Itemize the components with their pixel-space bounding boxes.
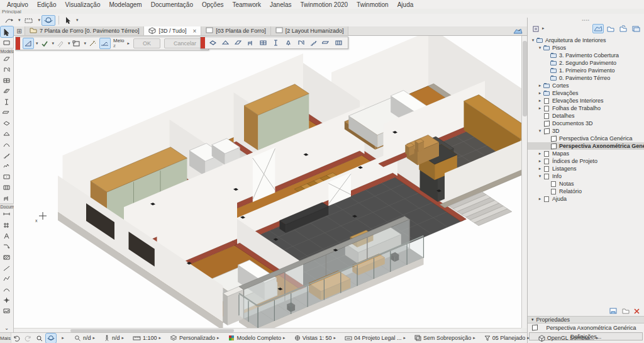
line-tool-icon[interactable]: [1, 262, 13, 273]
menu-ajuda[interactable]: Ajuda: [393, 1, 418, 9]
tree-open-icon[interactable]: ▾: [530, 38, 536, 43]
horizontal-scrollbar[interactable]: [14, 328, 521, 332]
favorite-lamp-icon[interactable]: [283, 37, 294, 48]
undo-icon[interactable]: [12, 334, 22, 343]
chevron-icon[interactable]: ▸: [57, 334, 67, 343]
favorite-column-icon[interactable]: [270, 37, 282, 48]
tab-3[interactable]: [03 Planta de Forro]: [201, 26, 271, 35]
gravity-level-icon[interactable]: [99, 38, 111, 49]
zone-tool-icon[interactable]: [1, 171, 13, 182]
dimension-standard-dropdown[interactable]: 04 Projeto Legal ...▸: [342, 334, 408, 343]
elevation-field[interactable]: Meio z: [113, 38, 124, 48]
beam-tool-icon[interactable]: [1, 107, 13, 118]
properties-header[interactable]: ▾Propriedades: [528, 316, 644, 323]
window-tool-icon[interactable]: [1, 75, 13, 86]
zoom-icon[interactable]: [35, 334, 45, 343]
menu-arquivo[interactable]: Arquivo: [3, 1, 33, 9]
hotspot-tool-icon[interactable]: [1, 295, 13, 305]
publisher-icon[interactable]: [630, 24, 641, 33]
favorite-curtain-wall-icon[interactable]: [333, 37, 345, 48]
orbit-tool-icon[interactable]: [42, 15, 55, 26]
scale-dropdown[interactable]: 1:100▸: [130, 334, 164, 343]
tab-2[interactable]: [3D / Tudo]×: [144, 26, 201, 35]
tree-item-listagens[interactable]: ▸Listagens: [528, 165, 644, 172]
tab-1[interactable]: 7 Planta de Forro [0. Pavimento Térreo]: [25, 26, 144, 35]
chevron-down-icon[interactable]: ▾: [84, 41, 87, 46]
tree-item-eleva-es-interiores[interactable]: ▸Elevações Interiores: [528, 97, 644, 104]
label-tool-icon[interactable]: [1, 241, 13, 252]
roof-tool-icon[interactable]: [1, 128, 13, 139]
menu-opções[interactable]: Opções: [197, 1, 228, 9]
tree-closed-icon[interactable]: ▸: [537, 106, 543, 111]
menu-teamwork[interactable]: Teamwork: [228, 1, 265, 9]
frame-tool-icon[interactable]: [71, 38, 82, 49]
shell-tool-icon[interactable]: [1, 139, 13, 150]
ok-button[interactable]: OK: [133, 38, 160, 48]
arrow-tool-icon[interactable]: [62, 15, 74, 26]
close-icon[interactable]: ×: [192, 28, 196, 35]
tree-item-detalhes[interactable]: Detalhes: [528, 112, 644, 120]
layout-book-icon[interactable]: [618, 24, 629, 33]
save-view-icon[interactable]: [609, 307, 618, 315]
tree-item-perspectiva-c-nica-gen-rica[interactable]: Perspectiva Cônica Genérica: [528, 135, 644, 142]
object-tool-icon[interactable]: [1, 193, 13, 203]
new-folder-icon[interactable]: [621, 307, 630, 315]
edit-tool-icon[interactable]: [55, 38, 66, 49]
drag-handle[interactable]: [201, 37, 205, 48]
drag-handle[interactable]: [16, 37, 20, 50]
tree-item-info[interactable]: ▾Info: [528, 172, 644, 180]
toolbox-overflow[interactable]: ⌄: [4, 325, 9, 332]
3d-viewport[interactable]: x: [14, 36, 521, 328]
renovation-filter-dropdown[interactable]: 05 Planejado▸: [482, 334, 532, 343]
arrow-tool-icon[interactable]: [1, 26, 13, 37]
skylight-tool-icon[interactable]: [1, 86, 13, 96]
tab-options-icon[interactable]: [509, 26, 527, 35]
pen-set-dropdown[interactable]: Modelo Completo▸: [226, 334, 288, 343]
menu-modelagem[interactable]: Modelagem: [104, 1, 146, 9]
tree-item-1-primeiro-pavimento[interactable]: 1. Primeiro Pavimento: [528, 67, 644, 74]
favorite-object-icon[interactable]: [245, 37, 257, 48]
vertical-scrollbar[interactable]: [521, 36, 527, 328]
checkmark-icon[interactable]: [39, 38, 50, 49]
delete-icon[interactable]: [633, 308, 640, 315]
polyline-tool-icon[interactable]: [1, 273, 13, 284]
chevron-down-icon[interactable]: ▾: [36, 41, 38, 46]
tree-item-pisos[interactable]: ▾Pisos: [528, 44, 644, 52]
stair-tool-icon[interactable]: [1, 150, 13, 160]
redo-icon[interactable]: [23, 334, 33, 343]
tree-item-cortes[interactable]: ▸Cortes: [528, 82, 644, 89]
tree-item-documentos-3d[interactable]: Documentos 3D: [528, 120, 644, 127]
tree-item-relat-rio[interactable]: Relatório: [528, 188, 644, 195]
favorite-door-icon[interactable]: [296, 37, 307, 48]
column-tool-icon[interactable]: [1, 96, 13, 107]
tree-item-notas[interactable]: Notas: [528, 180, 644, 188]
curtain-wall-tool-icon[interactable]: [1, 182, 13, 193]
fill-tool-icon[interactable]: [1, 252, 13, 262]
wall-tool-icon[interactable]: [1, 53, 13, 64]
tree-item-arquitetura-de-interiores[interactable]: ▾Arquitetura de Interiores: [528, 37, 644, 44]
marquee-tool-icon[interactable]: [1, 37, 13, 48]
scroll-thumb[interactable]: [523, 41, 527, 116]
model-view-options-dropdown[interactable]: Vistas 1: 50▸: [292, 334, 338, 343]
tree-item-3-pavimento-cobertura[interactable]: 3. Pavimento Cobertura: [528, 52, 644, 59]
panel-drag-grip[interactable]: ▪▪▪▪: [528, 18, 644, 22]
menu-twinmotion[interactable]: Twinmotion: [352, 1, 393, 9]
menu-edição[interactable]: Edição: [33, 1, 61, 9]
overlay-dropdown[interactable]: Sem Sobreposição▸: [412, 334, 478, 343]
tree-closed-icon[interactable]: ▸: [537, 151, 543, 156]
tree-item-0-pavimento-t-rreo[interactable]: 0. Pavimento Térreo: [528, 74, 644, 82]
project-chooser-icon[interactable]: ▸: [530, 23, 547, 34]
tree-item-eleva-es[interactable]: ▸Elevações: [528, 89, 644, 97]
tree-closed-icon[interactable]: ▸: [537, 98, 543, 103]
tree-item--ndices-de-projeto[interactable]: ▸Índices de Projeto: [528, 157, 644, 165]
menu-visualização[interactable]: Visualização: [60, 1, 104, 9]
magic-wand-icon[interactable]: [87, 38, 98, 49]
text-tool-icon[interactable]: [1, 230, 13, 241]
tab-4[interactable]: [2 Layout Humanizado]: [271, 26, 349, 35]
favorite-roof-icon[interactable]: [220, 37, 231, 48]
tree-item-3d[interactable]: ▾3D: [528, 127, 644, 135]
tree-item-2-segundo-pavimento[interactable]: 2. Segundo Pavimento: [528, 59, 644, 67]
tree-closed-icon[interactable]: ▸: [537, 166, 543, 171]
3d-style-dropdown[interactable]: OpenGL Sombra...▸: [536, 334, 601, 343]
tree-item-ajuda[interactable]: ▸Ajuda: [528, 195, 644, 203]
